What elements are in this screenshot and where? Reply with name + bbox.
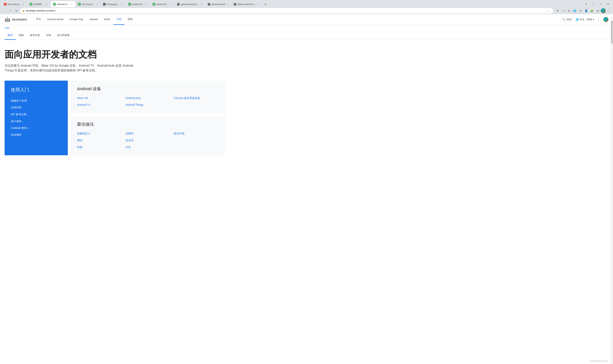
getting-started-link[interactable]: 设计准则: [11, 118, 62, 125]
best-practice-link[interactable]: 无障碍: [125, 131, 171, 136]
nav-link-平台[interactable]: 平台: [33, 14, 44, 25]
sub-nav-item-示例[interactable]: 示例: [43, 31, 54, 40]
sub-nav-item-设计和质量[interactable]: 设计和质量: [54, 31, 73, 40]
nav-link-游戏[interactable]: 游戏: [124, 14, 136, 25]
bookmark-star-icon[interactable]: ☆: [546, 8, 551, 13]
browser-tab[interactable]: github Android×: [205, 1, 231, 7]
logo[interactable]: 🤖 developers: [5, 17, 27, 22]
download-icon[interactable]: ⬇: [555, 8, 560, 13]
android-logo-icon: 🤖: [5, 17, 10, 22]
browser-tab[interactable]: CDing Jiaxion...×: [1, 1, 27, 7]
getting-started-link[interactable]: API 参考文档: [11, 111, 62, 118]
user-avatar[interactable]: 🌐: [603, 17, 608, 22]
translate-icon[interactable]: 🌐: [572, 8, 577, 13]
more-menu-icon[interactable]: ⋮: [606, 8, 612, 13]
browser-tab[interactable]: ○Homepage ...×: [101, 1, 126, 7]
back-button[interactable]: ←: [1, 8, 7, 13]
nav-link-Jetpack[interactable]: Jetpack: [86, 14, 101, 25]
best-practice-link[interactable]: 新兴市场: [174, 131, 219, 136]
tab-favicon: [208, 3, 210, 6]
tab-close-button[interactable]: ×: [121, 3, 123, 6]
tab-label: github Android: [212, 3, 225, 5]
grid-icon[interactable]: ⊞: [595, 8, 600, 13]
best-practice-link[interactable]: 企业: [125, 144, 171, 150]
browser-tab[interactable]: M培训课程×: [27, 1, 50, 7]
tab-favicon: ○: [103, 3, 106, 6]
browser-tab[interactable]: MAndroid 开...×: [126, 1, 150, 7]
tab-bar: CDing Jiaxion...×M培训课程×MAndroid Ko...×MD…: [0, 0, 613, 7]
tab-close-button[interactable]: ×: [169, 3, 172, 6]
tab-close-button[interactable]: ×: [95, 3, 98, 6]
device-link[interactable]: Chrome 操作系统设备: [174, 96, 219, 101]
tab-list-btn[interactable]: ▾: [584, 2, 588, 6]
logo-text: developers: [12, 18, 27, 21]
url-bar[interactable]: 🔒 developer.android.com/docs/ ☆: [20, 8, 553, 13]
page-title: 面向应用开发者的文档: [5, 49, 225, 60]
breadcrumb-text: 文档: [5, 27, 9, 29]
tab-close-button[interactable]: ×: [45, 3, 48, 6]
tab-label: Android 开...: [132, 3, 144, 6]
main-content: 面向应用开发者的文档 无论您要为 Android 手机、Wear OS by G…: [0, 40, 230, 160]
tab-label: 培训课程: [34, 3, 42, 6]
getting-started-link[interactable]: 构建首个应用: [11, 97, 62, 104]
globe-icon: 🌐: [576, 18, 579, 21]
tab-close-button[interactable]: ×: [22, 3, 25, 6]
tab-close-button[interactable]: ×: [145, 3, 148, 6]
tab-close-button[interactable]: ×: [200, 3, 203, 6]
browser-tab[interactable]: github android-ko...×: [231, 1, 262, 7]
tab-close-button[interactable]: ×: [257, 3, 260, 6]
toolbar-icons: ⬇ ↗ ★ 🌐 ⬇ 👤 🧩 ⊞ 🌐 ⋮: [555, 8, 612, 13]
browser-tab[interactable]: github android/su...×: [175, 1, 205, 7]
nav-link-文档[interactable]: 文档: [113, 14, 124, 25]
browser-tab[interactable]: MAndroid 开...×: [150, 1, 174, 7]
save-icon[interactable]: ⬇: [578, 8, 583, 13]
device-link[interactable]: Android TV: [77, 102, 122, 108]
tab-favicon: M: [153, 3, 155, 6]
getting-started-link[interactable]: 培训课程: [11, 131, 62, 138]
getting-started-card: 使用入门 构建首个应用示例代码API 参考文档设计准则Codelab 教程↗培训…: [5, 81, 68, 155]
getting-started-link[interactable]: Codelab 教程↗: [11, 125, 62, 131]
minimize-button[interactable]: ─: [590, 1, 597, 7]
profile-warning-icon[interactable]: 👤: [584, 8, 589, 13]
reload-button[interactable]: ↻: [14, 8, 19, 13]
new-tab-button[interactable]: +: [263, 2, 268, 7]
best-practice-link[interactable]: 依赖项注入: [77, 131, 122, 136]
browser-tab[interactable]: MDocumenta...×: [76, 1, 100, 7]
page-scrollbar[interactable]: [611, 17, 613, 160]
profile-avatar[interactable]: 🌐: [601, 8, 606, 13]
extension-icon[interactable]: 🧩: [589, 8, 595, 13]
forward-button[interactable]: →: [8, 8, 13, 13]
lang-label: 中文 – 简体: [579, 18, 592, 21]
best-practice-link[interactable]: 测试: [77, 138, 122, 143]
search-box[interactable]: 🔍 搜索: [560, 17, 574, 22]
lang-selector[interactable]: 🌐 中文 – 简体 ▾: [576, 18, 594, 21]
browser-tab[interactable]: MAndroid Ko...×: [51, 1, 75, 7]
breadcrumb[interactable]: 文档: [0, 25, 613, 31]
sub-nav-item-指南[interactable]: 指南: [16, 31, 27, 40]
tab-label: Documenta...: [82, 3, 94, 5]
best-practice-link[interactable]: 性能: [77, 144, 122, 150]
best-practice-link[interactable]: 安全性: [125, 138, 171, 143]
device-link[interactable]: Wear OS: [77, 96, 122, 101]
maximize-button[interactable]: □: [597, 1, 604, 7]
close-button[interactable]: ✕: [605, 1, 612, 7]
more-button[interactable]: ⋮: [596, 16, 602, 23]
tab-close-button[interactable]: ×: [70, 3, 73, 6]
tab-label: Homepage ...: [107, 3, 120, 5]
address-bar: ← → ↻ 🔒 developer.android.com/docs/ ☆ ⬇ …: [0, 7, 613, 14]
device-link[interactable]: Android Things: [125, 102, 171, 108]
favorite-icon[interactable]: ★: [566, 8, 572, 13]
browser-chrome: CDing Jiaxion...×M培训课程×MAndroid Ko...×MD…: [0, 0, 613, 14]
device-link[interactable]: Android Auto: [125, 96, 171, 101]
nav-link-Google Play[interactable]: Google Play: [67, 14, 86, 25]
tab-close-button[interactable]: ×: [226, 3, 229, 6]
scrollbar-thumb[interactable]: [611, 21, 613, 44]
sub-nav-item-概览[interactable]: 概览: [5, 31, 16, 40]
sub-nav-item-参考文档[interactable]: 参考文档: [27, 31, 43, 40]
nav-link-Android Studio[interactable]: Android Studio: [44, 14, 67, 25]
getting-started-link[interactable]: 示例代码: [11, 104, 62, 111]
tab-bar-controls: ▾: [584, 2, 588, 6]
tab-favicon: M: [53, 3, 56, 6]
share-icon[interactable]: ↗: [560, 8, 566, 13]
nav-link-Kotlin[interactable]: Kotlin: [101, 14, 113, 25]
